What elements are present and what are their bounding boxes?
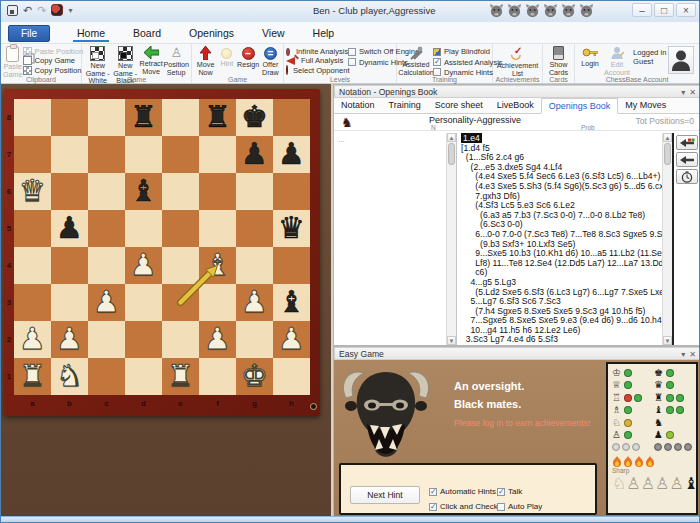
book-arrow-button[interactable] [676, 152, 698, 167]
notation-tab-openings-book[interactable]: Openings Book [541, 98, 619, 114]
board-square-c6[interactable] [88, 173, 125, 210]
menu-tab-openings[interactable]: Openings [175, 22, 248, 44]
board-square-f3[interactable] [199, 284, 236, 321]
assisted-calculation-button[interactable]: Assisted Calculation [399, 45, 433, 76]
notation-tab-notation[interactable]: Notation [334, 98, 382, 113]
board-square-e8[interactable] [162, 99, 199, 136]
board-square-a3[interactable] [14, 284, 51, 321]
chess-piece-white-pawn[interactable]: ♟ [88, 284, 125, 321]
board-square-b4[interactable] [51, 247, 88, 284]
board-square-d1[interactable] [125, 358, 162, 395]
board-square-c2[interactable] [88, 321, 125, 358]
board-square-a8[interactable] [14, 99, 51, 136]
hint-button[interactable]: Hint [217, 45, 236, 68]
scroll-up-icon[interactable]: ▲ [447, 133, 456, 142]
moves-pane[interactable]: 1.e4[1.d4 f5 (1...Sf6 2.c4 g6 (2...e5 3.… [458, 133, 672, 345]
offer-draw-button[interactable]: = Offer Draw [260, 45, 281, 76]
login-button[interactable]: Login [577, 45, 603, 68]
board-square-b3[interactable] [51, 284, 88, 321]
board-square-g6[interactable] [236, 173, 273, 210]
board-square-a7[interactable] [14, 136, 51, 173]
chess-piece-white-bishop[interactable]: ♝ [199, 247, 236, 284]
avatar[interactable] [668, 46, 694, 74]
board-square-h4[interactable] [273, 247, 310, 284]
board-square-f1[interactable] [199, 358, 236, 395]
copy-position-button[interactable]: Copy Position [23, 66, 84, 75]
chess-piece-black-king[interactable]: ♚ [236, 99, 273, 136]
board-square-f7[interactable] [199, 136, 236, 173]
easygame-checkbox-auto-play[interactable]: Auto Play [497, 502, 542, 511]
board-square-h1[interactable] [273, 358, 310, 395]
chess-piece-black-pawn[interactable]: ♟ [236, 136, 273, 173]
easygame-checkbox-automatic-hints[interactable]: Automatic Hints [429, 487, 496, 496]
board-resize-handle[interactable] [310, 403, 317, 410]
resign-button[interactable]: − Resign [237, 45, 260, 69]
chess-piece-white-queen[interactable]: ♛ [14, 173, 51, 210]
board-square-d7[interactable] [125, 136, 162, 173]
board-square-d5[interactable] [125, 210, 162, 247]
panel-pin-icon[interactable]: ▾ [681, 87, 685, 99]
chess-piece-white-pawn[interactable]: ♟ [236, 284, 273, 321]
scroll-down-icon[interactable]: ▼ [447, 336, 456, 345]
current-move[interactable]: 1.e4 [461, 133, 482, 143]
board-square-e5[interactable] [162, 210, 199, 247]
chess-piece-white-pawn[interactable]: ♟ [51, 321, 88, 358]
paste-position-button[interactable]: Paste Position [23, 47, 84, 56]
save-icon[interactable] [7, 5, 18, 16]
board-square-f5[interactable] [199, 210, 236, 247]
achievement-list-button[interactable]: Achievement List [495, 45, 540, 77]
close-button[interactable]: × [676, 3, 696, 17]
chess-piece-black-pawn[interactable]: ♟ [51, 210, 88, 247]
chess-piece-black-bishop[interactable]: ♝ [125, 173, 162, 210]
chess-piece-black-queen[interactable]: ♛ [273, 210, 310, 247]
book-move-list[interactable]: ... ▲ ▼ [334, 133, 457, 345]
board-square-b8[interactable] [51, 99, 88, 136]
paste-game-button[interactable]: Paste Game [3, 45, 23, 78]
chess-piece-white-pawn[interactable]: ♟ [199, 321, 236, 358]
file-menu-button[interactable]: File [8, 25, 50, 42]
menu-tab-help[interactable]: Help [299, 22, 349, 44]
board-square-b7[interactable] [51, 136, 88, 173]
board-square-a4[interactable] [14, 247, 51, 284]
menu-tab-home[interactable]: Home [63, 22, 119, 44]
chess-piece-black-bishop[interactable]: ♝ [273, 284, 310, 321]
copy-game-button[interactable]: Copy Game [23, 57, 84, 66]
position-setup-button[interactable]: ♙ Position Setup [163, 45, 189, 76]
chess-piece-white-king[interactable]: ♚ [236, 358, 273, 395]
board-square-g5[interactable] [236, 210, 273, 247]
chess-piece-white-pawn[interactable]: ♟ [14, 321, 51, 358]
move-line[interactable]: 1.e4 [461, 134, 659, 144]
chess-piece-black-pawn[interactable]: ♟ [273, 136, 310, 173]
scroll-up-icon[interactable]: ▲ [663, 133, 672, 142]
board-square-c5[interactable] [88, 210, 125, 247]
board-square-c1[interactable] [88, 358, 125, 395]
board-square-e4[interactable] [162, 247, 199, 284]
chess-piece-black-rook[interactable]: ♜ [125, 99, 162, 136]
minimize-button[interactable]: – [632, 3, 652, 17]
notation-tab-training[interactable]: Training [382, 98, 428, 113]
easygame-checkbox-click-and-check[interactable]: Click and Check [429, 502, 498, 511]
undo-icon[interactable]: ↶ [23, 5, 32, 16]
menu-tab-view[interactable]: View [248, 22, 299, 44]
retract-move-button[interactable]: Retract Move [139, 45, 164, 75]
chess-piece-white-rook[interactable]: ♜ [162, 358, 199, 395]
move-now-button[interactable]: Move Now [194, 45, 217, 76]
edit-account-button[interactable]: Edit Account [603, 45, 631, 76]
board-square-h8[interactable] [273, 99, 310, 136]
redo-icon[interactable]: ↷ [37, 5, 46, 16]
qat-dropdown-icon[interactable]: ▾ [68, 6, 72, 15]
notation-tab-livebook[interactable]: LiveBook [490, 98, 541, 113]
board-square-e3[interactable] [162, 284, 199, 321]
book-arrow-colored-button[interactable] [676, 135, 698, 150]
clock-button[interactable] [676, 169, 698, 184]
chess-piece-white-rook[interactable]: ♜ [14, 358, 51, 395]
chess-piece-black-rook[interactable]: ♜ [199, 99, 236, 136]
panel-close-icon[interactable]: ✕ [689, 87, 696, 99]
board-square-g4[interactable] [236, 247, 273, 284]
notation-tab-score-sheet[interactable]: Score sheet [428, 98, 490, 113]
moves-scrollbar[interactable]: ▲ ▼ [662, 133, 672, 345]
maximize-button[interactable]: □ [654, 3, 674, 17]
board-square-e7[interactable] [162, 136, 199, 173]
book-scrollbar[interactable]: ▲ ▼ [446, 133, 456, 345]
board-square-d2[interactable] [125, 321, 162, 358]
